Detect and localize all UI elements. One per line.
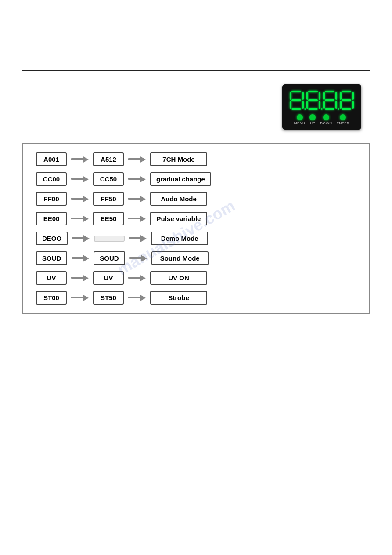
code-left: SOUD	[36, 251, 67, 265]
led-buttons-row: MENU UP DOWN ENTER	[294, 114, 350, 125]
code-mid: FF50	[93, 192, 124, 206]
arrow-icon-1	[67, 176, 93, 183]
code-mid: ST50	[93, 291, 124, 305]
up-btn-label: UP	[310, 121, 315, 125]
arrow-icon-2	[125, 255, 151, 262]
up-btn-circle	[309, 114, 316, 120]
down-btn-label: DOWN	[320, 121, 332, 125]
arrow-icon-1	[68, 235, 94, 242]
up-button[interactable]: UP	[309, 114, 316, 125]
menu-button[interactable]: MENU	[294, 114, 306, 125]
mode-label: gradual change	[150, 172, 211, 186]
mode-label: Pulse variable	[150, 212, 207, 225]
led-digit-3	[323, 91, 337, 110]
code-left: A001	[36, 152, 67, 166]
enter-btn-circle	[340, 114, 346, 120]
enter-btn-label: ENTER	[337, 121, 350, 125]
code-left: ST00	[36, 291, 67, 305]
mode-label: 7CH Mode	[150, 152, 207, 166]
code-mid-empty	[94, 236, 125, 242]
table-row: SOUD SOUD Sound Mode	[36, 251, 356, 265]
arrow-icon-1	[67, 156, 93, 163]
arrow-icon-1	[67, 215, 93, 222]
mode-label: UV ON	[150, 271, 207, 285]
arrow-icon-2	[125, 235, 151, 242]
led-digits	[290, 91, 354, 110]
header-block	[22, 18, 370, 70]
arrow-icon-1	[67, 275, 93, 282]
mode-label: Strobe	[150, 291, 207, 305]
page-container: MENU UP DOWN ENTER	[0, 0, 392, 555]
arrow-icon-1	[67, 196, 93, 203]
arrow-icon-2	[124, 275, 150, 282]
arrow-icon-2	[124, 156, 150, 163]
led-display-panel: MENU UP DOWN ENTER	[282, 84, 361, 130]
table-row: UV UV UV ON	[36, 271, 356, 285]
code-mid: UV	[93, 271, 124, 285]
mode-table: A001 A512 7CH Mode CC00 CC50 gradual cha…	[22, 143, 370, 314]
table-row: A001 A512 7CH Mode	[36, 152, 356, 166]
code-mid: CC50	[93, 172, 124, 186]
led-digit-1	[290, 91, 304, 110]
down-btn-circle	[323, 114, 329, 120]
table-row: EE00 EE50 Pulse variable	[36, 212, 356, 225]
arrow-icon-2	[124, 215, 150, 222]
table-row: FF00 FF50 Audo Mode	[36, 192, 356, 206]
mode-label: Demo Mode	[151, 232, 208, 245]
code-left: UV	[36, 271, 67, 285]
code-left: FF00	[36, 192, 67, 206]
code-mid: EE50	[93, 212, 124, 225]
code-left: DEOO	[36, 232, 68, 245]
menu-btn-label: MENU	[294, 121, 306, 125]
menu-btn-circle	[297, 114, 303, 120]
led-digit-2	[306, 91, 320, 110]
code-mid: A512	[93, 152, 124, 166]
content-area: MENU UP DOWN ENTER	[22, 84, 370, 130]
table-row: DEOO Demo Mode	[36, 232, 356, 245]
mode-label: Sound Mode	[151, 251, 209, 265]
code-mid: SOUD	[94, 251, 125, 265]
code-left: CC00	[36, 172, 67, 186]
code-left: EE00	[36, 212, 67, 225]
arrow-icon-1	[67, 294, 93, 301]
table-row: ST00 ST50 Strobe	[36, 291, 356, 305]
arrow-icon-2	[124, 196, 150, 203]
down-button[interactable]: DOWN	[320, 114, 332, 125]
arrow-icon-1	[67, 255, 94, 262]
enter-button[interactable]: ENTER	[337, 114, 350, 125]
arrow-icon-2	[124, 294, 150, 301]
mode-label: Audo Mode	[150, 192, 207, 206]
arrow-icon-2	[124, 176, 150, 183]
right-display-area: MENU UP DOWN ENTER	[273, 84, 370, 130]
table-row: CC00 CC50 gradual change	[36, 172, 356, 186]
divider-line	[22, 70, 370, 71]
led-digit-4	[340, 91, 354, 110]
